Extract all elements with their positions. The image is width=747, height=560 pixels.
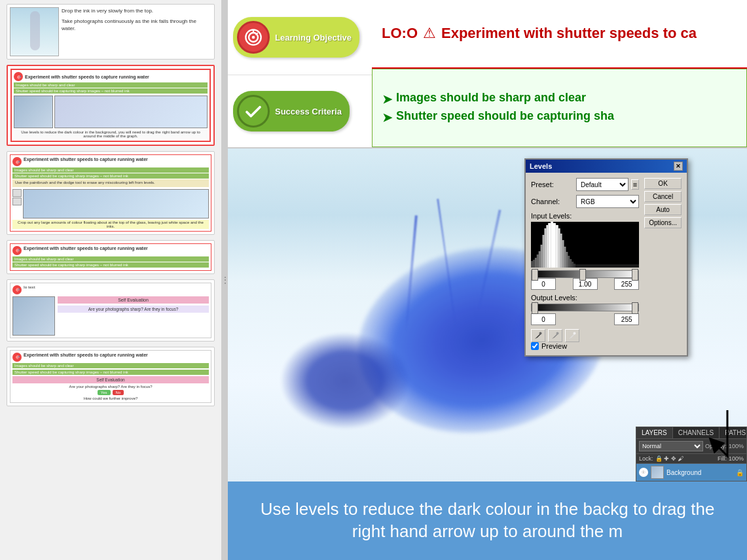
sc-content-area: ➤ Images should be sharp and clear ➤ Shu… xyxy=(372,69,747,148)
slide4-content: 🎯 Experiment with shutter speeds to capt… xyxy=(10,243,211,271)
slide6-content: 🎯 Experiment with shutter speeds to capt… xyxy=(10,350,211,403)
slide2-lo-text: Experiment with shutter speeds to captur… xyxy=(25,75,149,79)
slide6-yes-btn[interactable]: Yes xyxy=(98,390,111,395)
slide-thumbnail-2[interactable]: 🎯 Experiment with shutter speeds to capt… xyxy=(7,65,215,146)
output-white-value[interactable] xyxy=(614,313,639,325)
slide4-lo-text: Experiment with shutter speeds to captur… xyxy=(24,246,148,255)
midpoint-handle[interactable] xyxy=(579,269,586,281)
svg-rect-24 xyxy=(570,259,572,268)
slide2-content: 🎯 Experiment with shutter speeds to capt… xyxy=(10,69,211,142)
arrow-annotation xyxy=(695,404,734,469)
svg-rect-26 xyxy=(574,264,575,268)
lo-content-inner: LO:O ⚠ Experiment with shutter speeds to… xyxy=(372,18,706,48)
slide6-improve: How could we further improve? xyxy=(12,396,209,400)
slide3-tool2 xyxy=(12,198,22,205)
svg-rect-13 xyxy=(546,225,548,268)
svg-point-2 xyxy=(252,36,255,39)
svg-rect-25 xyxy=(572,262,574,268)
white-eyedropper[interactable] xyxy=(565,329,579,342)
layer-visibility-toggle[interactable]: 👁 xyxy=(639,468,648,477)
content-column: LO:O ⚠ Experiment with shutter speeds to… xyxy=(372,0,747,147)
slide3-lo-text: Experiment with shutter speeds to captur… xyxy=(24,157,148,166)
slide5-ink-photo xyxy=(12,296,55,336)
bottom-instruction-text: Use levels to reduce the dark colour in … xyxy=(247,499,727,543)
blend-mode-select[interactable]: Normal xyxy=(639,441,703,451)
tab-layers[interactable]: LAYERS xyxy=(636,427,673,438)
slide6-lo-text: Experiment with shutter speeds to captur… xyxy=(24,353,148,362)
slide6-no-btn[interactable]: No xyxy=(113,390,124,395)
preset-label: Preset: xyxy=(531,181,574,188)
levels-title: Levels xyxy=(530,162,552,170)
slide-thumbnail-1[interactable]: Drop the ink in very slowly from the top… xyxy=(7,4,215,60)
badges-column: Learning Objective Success Criteria xyxy=(228,0,372,147)
output-black-value[interactable] xyxy=(531,313,556,325)
output-levels-slider[interactable] xyxy=(531,304,639,311)
preview-checkbox[interactable] xyxy=(531,342,539,350)
slide6-sc1: Images should be sharp and clear xyxy=(12,363,209,368)
lo-content-area: LO:O ⚠ Experiment with shutter speeds to… xyxy=(372,0,747,69)
lo-badge: Learning Objective xyxy=(233,17,359,58)
lo-badge-area: Learning Objective xyxy=(228,0,372,75)
slide5-content: 🎯 lo text Self Evaluation Are your photo… xyxy=(10,283,211,338)
channel-select[interactable]: RGB xyxy=(576,195,639,208)
output-black-handle[interactable] xyxy=(532,302,538,314)
slide3-tool1 xyxy=(12,189,22,197)
sc-arrow-2: ➤ xyxy=(382,111,392,125)
slide-thumbnail-3[interactable]: 🎯 Experiment with shutter speeds to capt… xyxy=(7,151,215,235)
preset-select[interactable]: Default xyxy=(576,178,629,191)
output-values-row xyxy=(531,313,639,325)
lo-prefix: LO:O xyxy=(382,25,418,42)
preset-options-icon[interactable]: ≡ xyxy=(631,179,639,190)
slide2-img2 xyxy=(54,96,208,128)
output-levels-label: Output Levels: xyxy=(531,294,639,302)
svg-rect-15 xyxy=(551,222,553,268)
panel-divider[interactable] xyxy=(223,0,228,560)
input-levels-label: Input Levels: xyxy=(531,212,639,220)
slide2-img1 xyxy=(14,96,53,128)
options-button[interactable]: Options... xyxy=(644,217,682,228)
svg-rect-27 xyxy=(575,264,639,268)
slide6-self-eval: Self Evaluation xyxy=(12,376,209,383)
slide-thumbnail-4[interactable]: 🎯 Experiment with shutter speeds to capt… xyxy=(7,240,215,274)
white-point-handle[interactable] xyxy=(632,269,638,281)
cancel-button[interactable]: Cancel xyxy=(644,191,682,202)
slide-thumbnail-6[interactable]: 🎯 Experiment with shutter speeds to capt… xyxy=(7,347,215,406)
svg-rect-11 xyxy=(542,235,544,268)
input-levels-slider[interactable] xyxy=(531,270,639,278)
slide4-sc1: Images should be sharp and clear xyxy=(12,256,209,262)
svg-rect-7 xyxy=(535,258,537,268)
sc-item-1: ➤ Images should be sharp and clear xyxy=(382,91,737,107)
gray-eyedropper[interactable] xyxy=(548,329,562,342)
black-eyedropper[interactable] xyxy=(531,329,545,342)
slide2-sc1: Images should be sharp and clear xyxy=(14,82,208,88)
ok-button[interactable]: OK xyxy=(644,178,682,189)
svg-rect-14 xyxy=(548,223,551,268)
levels-dialog[interactable]: Levels ✕ Preset: Default ≡ xyxy=(524,158,688,357)
black-point-handle[interactable] xyxy=(532,269,538,281)
slide-thumbnail-panel: Drop the ink in very slowly from the top… xyxy=(0,0,223,560)
auto-button[interactable]: Auto xyxy=(644,204,682,215)
slide-thumbnail-5[interactable]: 🎯 lo text Self Evaluation Are your photo… xyxy=(7,279,215,341)
slide3-sc1: Images should be sharp and clear xyxy=(12,167,209,173)
slide1-instructions: Drop the ink in very slowly from the top… xyxy=(62,7,211,36)
layer-lock-icon: 🔒 xyxy=(736,469,744,476)
slide3-sc2: Shutter speed should be capturing sharp … xyxy=(12,173,209,179)
lo-main-text: Experiment with shutter speeds to ca xyxy=(441,25,697,42)
levels-body: Preset: Default ≡ Channel: RGB xyxy=(526,173,687,355)
slide3-ink-img xyxy=(23,189,209,219)
slide5-self-eval-label: Self Evaluation xyxy=(58,296,209,304)
svg-rect-8 xyxy=(537,254,539,268)
svg-rect-23 xyxy=(568,256,570,268)
slide4-lo-icon: 🎯 xyxy=(12,246,22,255)
slide1-image xyxy=(10,7,59,56)
lo-warning-icon: ⚠ xyxy=(423,25,436,42)
sc-text-1: Images should be sharp and clear xyxy=(396,91,586,105)
output-white-handle[interactable] xyxy=(632,302,638,314)
slide3-tool-note: Use the paintbrush and the dodge tool to… xyxy=(12,179,209,187)
levels-close-button[interactable]: ✕ xyxy=(674,162,683,171)
lo-sc-section: Learning Objective Success Criteria xyxy=(228,0,747,149)
slide6-question: Are your photographs sharp? Are they in … xyxy=(12,385,209,389)
lock-label: Lock: xyxy=(639,455,653,462)
slide6-sc2: Shutter speed should be capturing sharp … xyxy=(12,370,209,375)
lo-badge-label: Learning Objective xyxy=(275,33,352,43)
